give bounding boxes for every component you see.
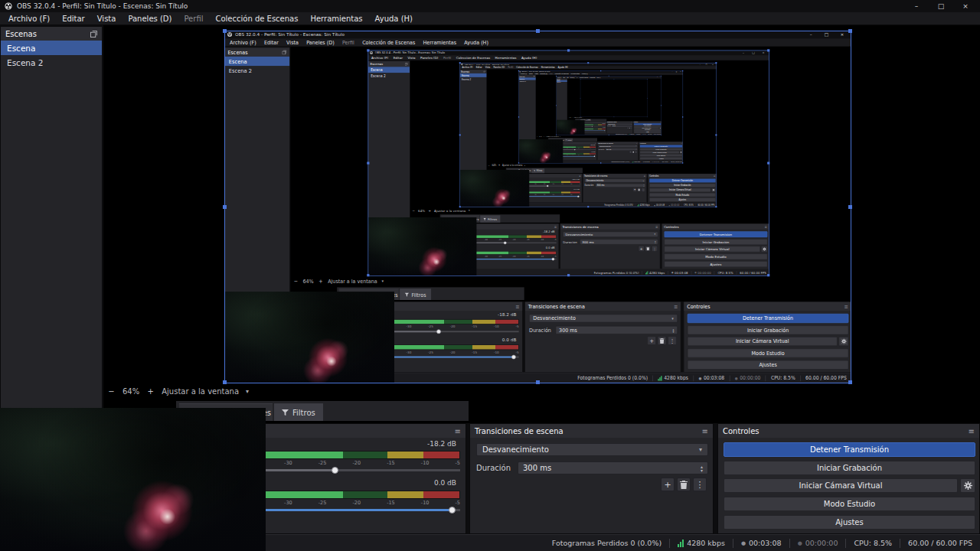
scene-item-escena[interactable]: Escena <box>368 67 410 73</box>
dock-menu-icon[interactable]: ≡ <box>644 174 645 177</box>
captured-screen-source[interactable] <box>580 79 648 116</box>
dock-menu-icon[interactable]: ≡ <box>702 427 708 435</box>
captured-screen-source[interactable]: OBS 32.0.4 - Perfil: Sin Título - Escena… <box>368 51 769 276</box>
menu-editar[interactable]: Editar <box>390 55 405 60</box>
start-recording-button[interactable]: Iniciar Grabación <box>665 239 768 245</box>
transition-select[interactable]: Desvanecimiento ▾ <box>563 232 658 237</box>
dock-menu-icon[interactable]: ≡ <box>632 122 632 122</box>
studio-mode-button[interactable]: Modo Estudio <box>665 253 768 259</box>
close-button[interactable]: × <box>956 0 975 12</box>
duration-spinbox[interactable]: 300 ms ▴▾ <box>518 461 708 474</box>
menu-paneles[interactable]: Paneles (D) <box>302 38 338 47</box>
captured-screen-source[interactable]: OBS 32.0.4 - Perfil: Sin Título - Escena… <box>224 31 851 383</box>
studio-mode-button[interactable]: Modo Estudio <box>688 348 849 357</box>
stop-streaming-button[interactable]: Detener Transmisión <box>665 231 768 237</box>
remove-transition-button[interactable] <box>658 336 667 345</box>
menu-archivo[interactable]: Archivo (F) <box>460 66 474 69</box>
transition-properties-button[interactable]: ⋮ <box>668 336 677 345</box>
captured-screen-source[interactable]: OBS 32.0.4 - Perfil: Sin Título - Escena… <box>518 70 683 163</box>
dock-popout-icon[interactable] <box>566 79 567 80</box>
virtual-camera-settings-button[interactable] <box>761 246 767 253</box>
slider-handle[interactable] <box>504 241 507 244</box>
virtual-camera-settings-button[interactable] <box>839 337 849 346</box>
zoom-in-button[interactable]: + <box>146 387 155 396</box>
slider-handle[interactable] <box>577 195 579 197</box>
spinner-arrows-icon[interactable]: ▴▾ <box>673 328 675 332</box>
menu-coleccion-escenas[interactable]: Colección de Escenas <box>358 38 419 47</box>
settings-button[interactable]: Ajustes <box>649 197 715 201</box>
scene-item-escena-2[interactable]: Escena 2 <box>368 73 410 79</box>
transition-properties-button[interactable]: ⋮ <box>693 478 707 491</box>
fit-to-window-button[interactable]: Ajustar a la ventana <box>434 209 466 213</box>
menu-coleccion-escenas[interactable]: Colección de Escenas <box>209 12 304 25</box>
close-button[interactable]: × <box>836 31 849 38</box>
dock-menu-icon[interactable]: ≡ <box>554 225 557 229</box>
menu-paneles[interactable]: Paneles (D) <box>418 55 441 60</box>
menu-editar[interactable]: Editar <box>56 12 91 25</box>
slider-handle[interactable] <box>552 258 555 261</box>
studio-mode-button[interactable]: Modo Estudio <box>649 193 715 197</box>
dock-menu-icon[interactable]: ≡ <box>636 142 637 144</box>
minimize-button[interactable]: – <box>805 31 818 38</box>
add-transition-button[interactable]: + <box>633 188 637 192</box>
chevron-down-icon[interactable]: ▾ <box>469 209 470 212</box>
dock-menu-icon[interactable]: ≡ <box>515 304 519 309</box>
stop-streaming-button[interactable]: Detener Transmisión <box>640 145 682 147</box>
fit-to-window-button[interactable]: Ajustar a la ventana <box>546 135 559 137</box>
dock-menu-icon[interactable]: ≡ <box>765 225 767 229</box>
tab-filtros[interactable]: Filtros <box>531 168 544 173</box>
slider-handle[interactable] <box>449 507 456 514</box>
dock-menu-icon[interactable]: ≡ <box>844 304 848 309</box>
scene-item-escena-2[interactable]: Escena 2 <box>225 66 289 75</box>
duration-spinbox[interactable]: 300 ms ▴▾ <box>606 148 638 151</box>
settings-button[interactable]: Ajustes <box>665 261 768 267</box>
minimize-button[interactable]: – <box>906 0 926 12</box>
zoom-in-button[interactable]: + <box>572 117 573 118</box>
add-transition-button[interactable]: + <box>639 246 644 251</box>
remove-transition-button[interactable] <box>677 478 691 491</box>
slider-handle[interactable] <box>547 185 548 187</box>
settings-button[interactable]: Ajustes <box>688 360 849 370</box>
dock-menu-icon[interactable]: ≡ <box>579 174 580 177</box>
transition-properties-button[interactable]: ⋮ <box>652 246 657 251</box>
transition-properties-button[interactable]: ⋮ <box>642 188 645 192</box>
virtual-camera-settings-button[interactable] <box>960 478 975 493</box>
transition-properties-button[interactable]: ⋮ <box>631 127 632 129</box>
transition-select[interactable]: Desvanecimiento ▾ <box>599 145 638 148</box>
transition-select[interactable]: Desvanecimiento ▾ <box>476 443 708 456</box>
menu-perfil[interactable]: Perfil <box>338 38 358 47</box>
slider-handle[interactable] <box>511 354 516 359</box>
slider-handle[interactable] <box>436 329 441 334</box>
spinner-arrows-icon[interactable]: ▴▾ <box>655 240 655 243</box>
scene-item-escena-2[interactable]: Escena 2 <box>557 82 567 83</box>
dock-popout-icon[interactable] <box>534 76 535 77</box>
add-transition-button[interactable]: + <box>647 336 656 345</box>
dock-menu-icon[interactable]: ≡ <box>595 142 596 144</box>
maximize-button[interactable]: □ <box>820 31 833 38</box>
settings-button[interactable]: Ajustes <box>724 515 975 530</box>
spinner-arrows-icon[interactable]: ▴▾ <box>643 184 644 187</box>
remove-transition-button[interactable] <box>637 188 641 192</box>
scene-item-escena[interactable]: Escena <box>225 57 289 66</box>
zoom-out-button[interactable]: − <box>412 209 416 213</box>
maximize-button[interactable]: □ <box>931 0 951 12</box>
menu-archivo[interactable]: Archivo (F) <box>369 55 391 60</box>
dock-popout-icon[interactable] <box>483 70 485 72</box>
stop-streaming-button[interactable]: Detener Transmisión <box>649 179 715 183</box>
transition-select[interactable]: Desvanecimiento ▾ <box>585 179 645 182</box>
zoom-out-button[interactable]: − <box>537 135 538 137</box>
dock-menu-icon[interactable]: ≡ <box>681 142 682 144</box>
scene-item-escena-2[interactable]: Escena 2 <box>519 80 536 83</box>
start-virtual-camera-button[interactable]: Iniciar Cámara Virtual <box>640 151 679 153</box>
tab-filtros[interactable]: Filtros <box>274 403 323 421</box>
dock-menu-icon[interactable]: ≡ <box>969 427 975 435</box>
chevron-down-icon[interactable]: ▾ <box>524 165 525 166</box>
slider-handle[interactable] <box>332 467 338 474</box>
virtual-camera-settings-button[interactable] <box>680 151 682 153</box>
dock-popout-icon[interactable] <box>283 50 287 54</box>
tab-filtros[interactable]: Filtros <box>480 215 500 222</box>
zoom-in-button[interactable]: + <box>543 135 544 137</box>
dock-popout-icon[interactable] <box>405 63 408 66</box>
menu-paneles[interactable]: Paneles (D) <box>122 12 178 25</box>
scene-item-escena-2[interactable]: Escena 2 <box>1 55 102 70</box>
